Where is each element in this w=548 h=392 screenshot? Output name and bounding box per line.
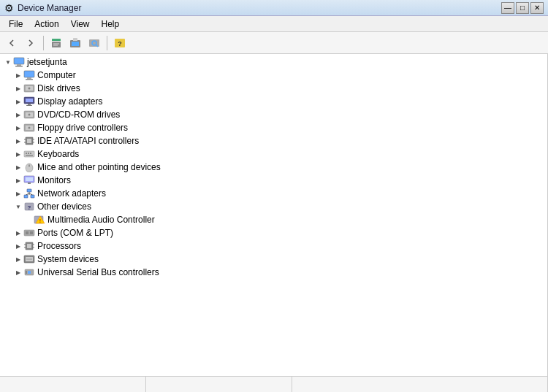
menu-help[interactable]: Help (96, 18, 126, 31)
tree-item-ide[interactable]: ▶IDE ATA/ATAPI controllers (0, 134, 547, 147)
svg-rect-1 (52, 42, 61, 47)
svg-rect-41 (26, 155, 33, 156)
back-button[interactable] (3, 34, 20, 52)
keyboards-icon (23, 149, 35, 159)
back-icon (6, 37, 18, 49)
tree-item-processors[interactable]: ▶Processors (0, 239, 547, 253)
expander-root[interactable]: ▼ (3, 57, 13, 67)
svg-rect-48 (27, 189, 31, 192)
svg-line-53 (29, 193, 33, 195)
tree-item-floppy[interactable]: ▶Floppy drive controllers (0, 121, 547, 134)
expander-monitors[interactable]: ▶ (13, 175, 23, 185)
svg-rect-38 (26, 153, 27, 154)
svg-point-20 (28, 88, 31, 90)
expander-usb[interactable]: ▶ (13, 267, 23, 277)
ide-icon (23, 136, 35, 146)
svg-rect-46 (26, 177, 33, 181)
svg-point-30 (28, 127, 31, 129)
network-icon (23, 188, 35, 199)
svg-rect-49 (24, 195, 28, 198)
svg-rect-23 (28, 104, 31, 105)
ports-label: Ports (COM & LPT) (37, 228, 113, 238)
svg-rect-39 (28, 153, 29, 154)
expander-ports[interactable]: ▶ (13, 228, 23, 238)
dvd-label: DVD/CD-ROM drives (37, 109, 120, 120)
svg-rect-32 (27, 139, 31, 143)
expander-disk[interactable]: ▶ (13, 83, 23, 93)
minimize-button[interactable]: — (501, 2, 514, 14)
display-label: Display adapters (37, 96, 102, 107)
toolbar-separator-1 (43, 36, 44, 50)
scan-icon (88, 37, 100, 49)
status-section-3 (292, 377, 548, 392)
tree-item-usb[interactable]: ▶Universal Serial Bus controllers (0, 266, 547, 279)
keyboards-label: Keyboards (37, 149, 79, 159)
toolbar-separator-2 (107, 36, 107, 50)
svg-rect-12 (14, 58, 24, 64)
menu-file[interactable]: File (3, 18, 28, 31)
svg-point-27 (28, 114, 31, 116)
expander-processors[interactable]: ▶ (13, 241, 23, 251)
svg-rect-47 (28, 182, 31, 184)
system-label: System devices (37, 254, 99, 264)
tree-item-computer[interactable]: ▶Computer (0, 69, 547, 82)
svg-rect-5 (72, 42, 79, 46)
other-label: Other devices (37, 201, 91, 212)
computer-icon (23, 70, 35, 80)
scan-button[interactable] (85, 34, 103, 52)
menu-view[interactable]: View (65, 18, 96, 31)
tree-item-other[interactable]: ▼?Other devices (0, 200, 547, 213)
menu-action[interactable]: Action (28, 18, 64, 31)
svg-rect-0 (52, 39, 61, 41)
tree-item-mice[interactable]: ▶Mice and other pointing devices (0, 161, 547, 174)
update-driver-button[interactable] (66, 34, 84, 52)
properties-icon (50, 37, 62, 49)
maximize-button[interactable]: □ (516, 2, 529, 14)
status-section-1 (0, 377, 146, 392)
tree-item-dvd[interactable]: ▶DVD/CD-ROM drives (0, 108, 547, 121)
expander-mice[interactable]: ▶ (13, 162, 23, 172)
expander-system[interactable]: ▶ (13, 254, 23, 264)
svg-rect-40 (30, 153, 31, 154)
help-button[interactable]: ? (111, 34, 129, 52)
expander-other[interactable]: ▼ (13, 201, 23, 212)
usb-label: Universal Serial Bus controllers (37, 267, 159, 277)
svg-rect-37 (24, 151, 34, 157)
expander-network[interactable]: ▶ (13, 188, 23, 199)
tree-item-keyboards[interactable]: ▶Keyboards (0, 147, 547, 161)
usb-icon (23, 267, 35, 277)
mice-label: Mice and other pointing devices (37, 162, 161, 172)
floppy-icon (23, 123, 35, 133)
expander-ide[interactable]: ▶ (13, 136, 23, 146)
expander-dvd[interactable]: ▶ (13, 109, 23, 120)
expander-computer[interactable]: ▶ (13, 70, 23, 80)
forward-icon (25, 37, 37, 49)
tree-item-multimedia[interactable]: !Multimedia Audio Controller (0, 213, 547, 226)
svg-rect-61 (30, 231, 33, 234)
svg-text:?: ? (118, 40, 122, 47)
title-bar-title: Device Manager (18, 3, 81, 13)
tree-item-root[interactable]: ▼jetsetjunta (0, 55, 547, 69)
system-icon (23, 254, 35, 264)
svg-rect-72 (28, 271, 31, 274)
tree-item-system[interactable]: ▶System devices (0, 253, 547, 266)
properties-button[interactable] (47, 34, 65, 52)
tree-item-display[interactable]: ▶Display adapters (0, 95, 547, 108)
close-button[interactable]: ✕ (530, 2, 544, 14)
tree-item-network[interactable]: ▶Network adapters (0, 187, 547, 200)
tree-item-monitors[interactable]: ▶Monitors (0, 174, 547, 187)
tree-item-ports[interactable]: ▶Ports (COM & LPT) (0, 226, 547, 239)
root-icon (13, 57, 25, 67)
tree-item-disk[interactable]: ▶Disk drives (0, 82, 547, 95)
computer-label: Computer (37, 70, 76, 80)
status-bar (0, 376, 548, 392)
tree-panel[interactable]: ▼jetsetjunta▶Computer▶Disk drives▶Displa… (0, 54, 548, 376)
expander-multimedia[interactable] (23, 215, 34, 225)
expander-display[interactable]: ▶ (13, 96, 23, 107)
svg-rect-17 (26, 79, 33, 80)
expander-floppy[interactable]: ▶ (13, 123, 23, 133)
expander-keyboards[interactable]: ▶ (13, 149, 23, 159)
monitors-icon (23, 175, 35, 185)
forward-button[interactable] (22, 34, 39, 52)
svg-rect-60 (26, 231, 28, 234)
